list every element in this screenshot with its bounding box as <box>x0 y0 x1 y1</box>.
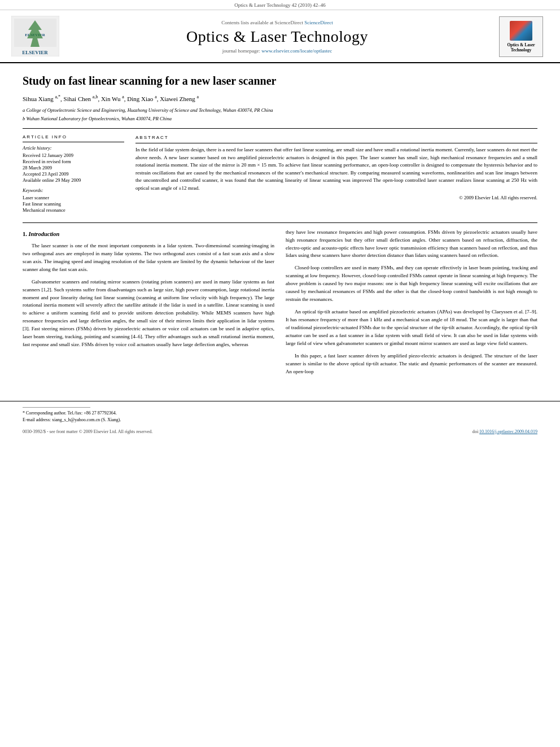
intro-paragraph-1: The laser scanner is one of the most imp… <box>23 242 274 274</box>
email-label: E-mail address: <box>23 417 51 422</box>
journal-title-area: Contents lists available at ScienceDirec… <box>62 20 492 54</box>
email-address: xiang_s_h@yahoo.com.cn (S. Xiang). <box>52 417 121 422</box>
right-p3-text: An optical tip-tilt actuator based on am… <box>286 309 537 346</box>
article-meta-section: ARTICLE INFO Article history: Received 1… <box>23 134 537 213</box>
journal-logo-box: Optics & LaserTechnology <box>499 16 543 57</box>
right-p4-text: In this paper, a fast laser scanner driv… <box>286 353 537 374</box>
footer-section: * Corresponding author. Tel./fax: +86 27… <box>0 401 560 423</box>
contents-label: Contents lists available at ScienceDirec… <box>221 20 303 25</box>
body-left-column: 1. Introduction The laser scanner is one… <box>23 229 274 381</box>
sciencedirect-link[interactable]: ScienceDirect <box>304 20 333 25</box>
footnote-divider <box>23 407 90 408</box>
section-1-title: 1. Introduction <box>23 230 274 239</box>
svg-text:ELSEVIER: ELSEVIER <box>22 50 48 55</box>
abstract-column: ABSTRACT In the field of lidar system de… <box>135 134 537 213</box>
body-divider <box>23 222 537 223</box>
affiliation-a: a College of Optoelectronic Science and … <box>23 107 537 114</box>
section-number: 1. <box>23 231 27 237</box>
paper-title: Study on fast linear scanning for a new … <box>23 73 537 88</box>
received-date: Received 12 January 2009 <box>23 152 124 158</box>
journal-logo-area: Optics & LaserTechnology <box>492 16 543 57</box>
revised-date: 28 March 2009 <box>23 165 124 171</box>
sciencedirect-line: Contents lists available at ScienceDirec… <box>62 20 492 25</box>
abstract-divider <box>135 143 537 143</box>
journal-citation-text: Optics & Laser Technology 42 (2010) 42–4… <box>234 2 326 8</box>
section-title-text: Introduction <box>29 231 60 237</box>
keyword-3: Mechanical resonance <box>23 207 124 213</box>
info-divider <box>23 142 124 142</box>
accepted-date: Accepted 23 April 2009 <box>23 171 124 177</box>
journal-name-title: Optics & Laser Technology <box>62 28 492 46</box>
intro-paragraph-2: Galvanometer scanners and rotating mirro… <box>23 278 274 349</box>
intro-p2-text: Galvanometer scanners and rotating mirro… <box>23 279 274 348</box>
revised-label: Received in revised form <box>23 159 124 164</box>
abstract-heading: ABSTRACT <box>135 134 537 141</box>
keyword-1: Laser scanner <box>23 195 124 200</box>
right-paragraph-3: An optical tip-tilt actuator based on am… <box>286 308 537 348</box>
corresponding-author-note: * Corresponding author. Tel./fax: +86 27… <box>23 410 537 423</box>
keyword-2: Fast linear scanning <box>23 201 124 207</box>
right-paragraph-4: In this paper, a fast laser scanner driv… <box>286 352 537 376</box>
right-paragraph-2: Closed-loop controllers are used in many… <box>286 264 537 304</box>
corresponding-author-text: * Corresponding author. Tel./fax: +86 27… <box>23 410 117 416</box>
intro-p1-text: The laser scanner is one of the most imp… <box>23 243 274 272</box>
elsevier-logo-icon: ELSEVIER ELSEVIER <box>11 16 59 56</box>
doi-text: doi:10.1016/j.optlastec.2009.04.019 <box>473 429 537 434</box>
article-info-heading: ARTICLE INFO <box>23 134 124 139</box>
journal-logo-title: Optics & LaserTechnology <box>507 42 535 53</box>
history-label: Article history: <box>23 145 124 151</box>
affiliation-b: b Wuhan National Laboratory for Optoelec… <box>23 115 537 123</box>
body-right-column: they have low resonance frequencies and … <box>286 229 537 381</box>
copyright-line: © 2009 Elsevier Ltd. All rights reserved… <box>135 194 537 201</box>
elsevier-logo-area: ELSEVIER ELSEVIER <box>11 16 62 58</box>
bottom-bar: 0030-3992/$ - see front matter © 2009 El… <box>0 427 560 436</box>
right-paragraph-1: they have low resonance frequencies and … <box>286 229 537 260</box>
right-p2-text: Closed-loop controllers are used in many… <box>286 265 537 302</box>
paper-content: Study on fast linear scanning for a new … <box>0 63 560 392</box>
header-divider <box>23 128 537 129</box>
body-columns: 1. Introduction The laser scanner is one… <box>23 229 537 381</box>
page: Optics & Laser Technology 42 (2010) 42–4… <box>0 0 560 747</box>
article-info-column: ARTICLE INFO Article history: Received 1… <box>23 134 124 213</box>
issn-text: 0030-3992/$ - see front matter © 2009 El… <box>23 429 152 434</box>
journal-homepage-line: journal homepage: www.elsevier.com/locat… <box>62 48 492 54</box>
homepage-label: journal homepage: <box>222 48 260 54</box>
journal-logo-image <box>510 21 532 41</box>
abstract-text: In the field of lidar system design, the… <box>135 146 537 192</box>
keywords-label: Keywords: <box>23 187 124 193</box>
available-date: Available online 29 May 2009 <box>23 177 124 183</box>
doi-link[interactable]: 10.1016/j.optlastec.2009.04.019 <box>479 429 537 434</box>
right-p1-text: they have low resonance frequencies and … <box>286 229 537 259</box>
journal-citation-bar: Optics & Laser Technology 42 (2010) 42–4… <box>0 0 560 10</box>
homepage-link[interactable]: www.elsevier.com/locate/optlastec <box>261 48 332 54</box>
journal-header: ELSEVIER ELSEVIER Contents lists availab… <box>0 10 560 63</box>
authors-line: Sihua Xiang a,*, Sihai Chen a,b, Xin Wu … <box>23 94 537 103</box>
